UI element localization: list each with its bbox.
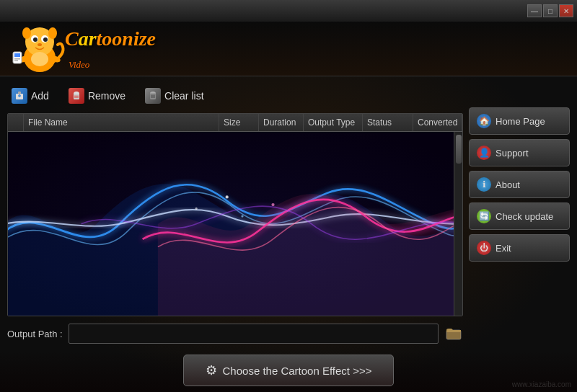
col-header-outputtype: Output Type xyxy=(304,114,363,131)
close-button[interactable]: ✕ xyxy=(559,4,573,17)
remove-button[interactable]: Remove xyxy=(64,86,130,106)
svg-point-8 xyxy=(48,27,57,39)
svg-rect-13 xyxy=(14,53,20,57)
clear-icon xyxy=(145,88,161,104)
file-list-container: File Name Size Duration Output Type Stat… xyxy=(7,113,463,316)
window-controls: — □ ✕ xyxy=(527,4,573,17)
add-icon xyxy=(12,88,27,104)
add-label: Add xyxy=(31,90,49,102)
logo-subtext: Video xyxy=(69,59,156,71)
svg-point-7 xyxy=(22,27,31,39)
output-path-input[interactable] xyxy=(69,324,439,344)
title-bar: — □ ✕ xyxy=(0,0,577,22)
cartoon-effect-label: Choose the Cartoon Effect >>> xyxy=(223,365,372,377)
gear-icon: ⚙ xyxy=(206,362,217,378)
left-panel: Add Remove xyxy=(7,82,463,347)
col-header-size: Size xyxy=(219,114,259,131)
checkupdate-label: Check update xyxy=(495,211,553,222)
logo-mascot xyxy=(11,22,69,76)
svg-point-30 xyxy=(226,195,229,198)
svg-point-6 xyxy=(38,43,42,46)
col-header-checkbox xyxy=(8,114,24,131)
clear-list-label: Clear list xyxy=(164,90,203,102)
cartoon-effect-button[interactable]: ⚙ Choose the Cartoon Effect >>> xyxy=(183,355,395,386)
col-header-converted: Converted xyxy=(413,114,462,131)
svg-point-32 xyxy=(271,203,274,206)
file-list-body-wrapper xyxy=(8,132,462,316)
svg-point-11 xyxy=(31,52,48,66)
support-icon: 👤 xyxy=(477,146,491,160)
col-header-duration: Duration xyxy=(259,114,304,131)
svg-point-31 xyxy=(241,215,243,217)
header: Cartoonize Video xyxy=(0,22,577,76)
svg-rect-15 xyxy=(14,61,18,62)
exit-icon: ⏻ xyxy=(477,241,491,255)
exit-button[interactable]: ⏻ Exit xyxy=(469,234,570,262)
svg-point-5 xyxy=(43,37,48,42)
content-area: Add Remove xyxy=(0,76,577,351)
remove-label: Remove xyxy=(88,90,125,102)
watermark: www.xiazaiba.com xyxy=(512,380,571,388)
checkupdate-button[interactable]: 🔄 Check update xyxy=(469,202,570,230)
minimize-button[interactable]: — xyxy=(527,4,542,17)
about-button[interactable]: ℹ About xyxy=(469,171,570,198)
col-header-status: Status xyxy=(363,114,413,131)
home-icon: 🏠 xyxy=(477,114,491,128)
exit-label: Exit xyxy=(495,243,511,254)
output-path-label: Output Path : xyxy=(7,329,63,339)
wave-visualization xyxy=(8,132,454,316)
homepage-button[interactable]: 🏠 Home Page xyxy=(469,107,570,135)
svg-point-33 xyxy=(195,208,198,210)
browse-button[interactable] xyxy=(444,324,463,343)
right-panel: 🏠 Home Page 👤 Support ℹ About 🔄 Check up… xyxy=(469,82,570,347)
add-button[interactable]: Add xyxy=(7,86,53,106)
clear-list-button[interactable]: Clear list xyxy=(141,86,208,106)
svg-point-4 xyxy=(33,37,38,42)
scrollbar-thumb xyxy=(456,135,462,164)
col-header-filename: File Name xyxy=(24,114,219,131)
svg-rect-14 xyxy=(14,58,20,60)
logo-area: Cartoonize Video xyxy=(11,22,156,76)
support-button[interactable]: 👤 Support xyxy=(469,139,570,166)
update-icon: 🔄 xyxy=(477,209,491,223)
toolbar: Add Remove xyxy=(7,82,463,110)
svg-rect-17 xyxy=(18,92,21,94)
logo-text: Cartoonize xyxy=(65,27,156,50)
main-container: Cartoonize Video xyxy=(0,22,577,392)
bottom-bar: ⚙ Choose the Cartoon Effect >>> xyxy=(0,351,577,392)
homepage-label: Home Page xyxy=(495,116,545,127)
maximize-button[interactable]: □ xyxy=(543,4,558,17)
output-path-row: Output Path : xyxy=(7,320,463,347)
file-list-body xyxy=(8,132,454,316)
list-scrollbar[interactable] xyxy=(454,132,462,316)
remove-icon xyxy=(69,88,84,104)
about-icon: ℹ xyxy=(477,177,491,192)
support-label: Support xyxy=(495,148,529,159)
about-label: About xyxy=(495,179,520,190)
file-list-header: File Name Size Duration Output Type Stat… xyxy=(8,114,462,132)
